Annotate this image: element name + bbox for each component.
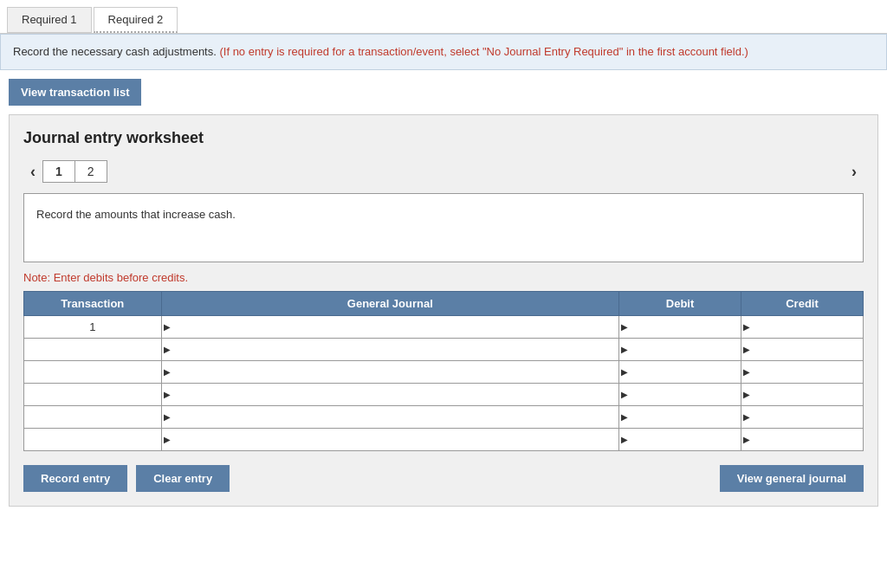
journal-input[interactable] (162, 361, 619, 383)
journal-cell[interactable] (161, 383, 619, 405)
credit-input[interactable] (741, 316, 863, 338)
journal-input[interactable] (162, 429, 619, 450)
nav-row: ‹ 1 2 › (23, 159, 864, 184)
debit-input[interactable] (619, 384, 741, 405)
debit-cell[interactable] (619, 428, 741, 450)
transaction-cell (24, 383, 162, 405)
debit-input[interactable] (619, 429, 741, 450)
journal-cell[interactable] (161, 405, 619, 428)
tabs-row: Required 1 Required 2 (0, 0, 887, 34)
table-row (24, 383, 864, 405)
debit-input[interactable] (619, 361, 741, 383)
instruction-banner: Record the necessary cash adjustments. (… (0, 34, 887, 70)
tab-required-2[interactable]: Required 2 (94, 7, 178, 33)
table-row (24, 338, 864, 360)
credit-input[interactable] (741, 361, 863, 383)
clear-entry-button[interactable]: Clear entry (136, 465, 230, 492)
worksheet-title: Journal entry worksheet (23, 129, 864, 147)
table-row (24, 428, 864, 450)
col-header-credit: Credit (741, 291, 864, 315)
journal-input[interactable] (162, 339, 619, 360)
tab-required-1[interactable]: Required 1 (7, 7, 92, 33)
credit-input[interactable] (741, 339, 863, 360)
transaction-cell (24, 428, 162, 450)
journal-cell[interactable] (161, 428, 619, 450)
credit-input[interactable] (741, 429, 863, 450)
credit-cell[interactable] (741, 338, 864, 360)
page-tab-1[interactable]: 1 (43, 161, 75, 182)
instruction-main: Record the necessary cash adjustments. (13, 45, 217, 58)
journal-input[interactable] (162, 384, 619, 405)
journal-cell[interactable] (161, 338, 619, 360)
journal-cell[interactable] (161, 315, 619, 338)
buttons-row: Record entry Clear entry View general jo… (23, 465, 864, 492)
credit-input[interactable] (741, 406, 863, 428)
transaction-cell: 1 (24, 315, 162, 338)
credit-cell[interactable] (741, 360, 864, 383)
debit-cell[interactable] (619, 360, 741, 383)
instruction-box-text: Record the amounts that increase cash. (36, 208, 236, 221)
record-entry-button[interactable]: Record entry (23, 465, 127, 492)
journal-input[interactable] (162, 406, 619, 428)
credit-cell[interactable] (741, 428, 864, 450)
note-text: Note: Enter debits before credits. (23, 271, 864, 284)
page-tab-2[interactable]: 2 (75, 161, 107, 182)
debit-cell[interactable] (619, 405, 741, 428)
credit-cell[interactable] (741, 315, 864, 338)
table-row: 1 (24, 315, 864, 338)
journal-cell[interactable] (161, 360, 619, 383)
col-header-debit: Debit (619, 291, 741, 315)
instruction-box: Record the amounts that increase cash. (23, 193, 864, 262)
debit-cell[interactable] (619, 383, 741, 405)
debit-cell[interactable] (619, 338, 741, 360)
table-row (24, 405, 864, 428)
transaction-cell (24, 360, 162, 383)
table-row (24, 360, 864, 383)
worksheet-container: Journal entry worksheet ‹ 1 2 › Record t… (9, 114, 878, 507)
view-transaction-button[interactable]: View transaction list (9, 79, 141, 106)
journal-input[interactable] (162, 316, 619, 338)
debit-input[interactable] (619, 339, 741, 360)
credit-input[interactable] (741, 384, 863, 405)
instruction-highlight: (If no entry is required for a transacti… (219, 45, 748, 58)
debit-cell[interactable] (619, 315, 741, 338)
col-header-journal: General Journal (161, 291, 619, 315)
page-tabs: 1 2 (42, 160, 107, 183)
journal-table: Transaction General Journal Debit Credit… (23, 291, 864, 451)
col-header-transaction: Transaction (24, 291, 162, 315)
transaction-cell (24, 405, 162, 428)
debit-input[interactable] (619, 316, 741, 338)
credit-cell[interactable] (741, 405, 864, 428)
view-general-journal-button[interactable]: View general journal (720, 465, 864, 492)
debit-input[interactable] (619, 406, 741, 428)
transaction-cell (24, 338, 162, 360)
prev-arrow[interactable]: ‹ (23, 159, 42, 184)
credit-cell[interactable] (741, 383, 864, 405)
next-arrow[interactable]: › (845, 159, 864, 184)
